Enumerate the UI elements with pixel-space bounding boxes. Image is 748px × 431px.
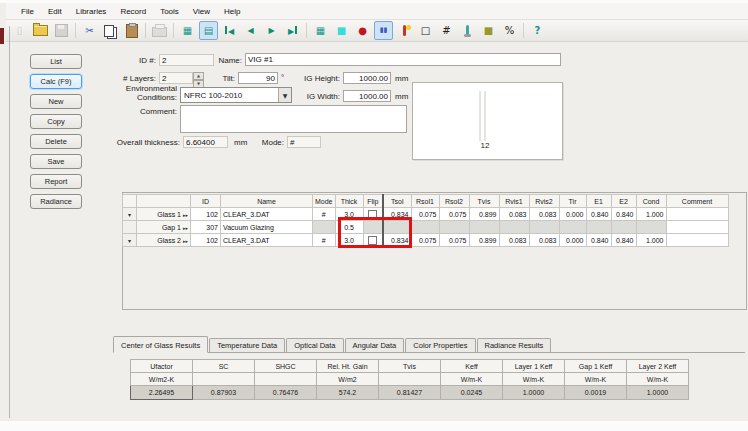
tab-radiance-results[interactable]: Radiance Results — [477, 338, 552, 352]
cell-flip[interactable] — [363, 234, 383, 247]
menu-record[interactable]: Record — [113, 5, 153, 18]
copy-icon[interactable] — [101, 21, 120, 40]
cell-thick[interactable]: 3.0 — [335, 208, 363, 221]
layer-expand-arrows-icon[interactable]: ▸▸ — [183, 225, 188, 231]
record-list-view-icon[interactable]: ▦ — [178, 21, 197, 40]
result-value-shgc[interactable]: 0.76476 — [255, 386, 317, 400]
first-record-icon[interactable]: ◀ — [220, 21, 239, 40]
layers-stepper[interactable]: ▲ ▼ — [193, 72, 204, 88]
save-icon[interactable] — [52, 21, 71, 40]
cell-name[interactable]: CLEAR_3.DAT — [221, 208, 313, 221]
cell-rvis1[interactable]: 0.083 — [499, 234, 529, 247]
cell-tsol[interactable]: 0.834 — [383, 234, 411, 247]
cell-name[interactable]: Vacuum Glazing — [221, 221, 313, 234]
glazing-system-view-icon[interactable]: ▮▮ — [374, 21, 393, 40]
layer-type-dropdown[interactable]: ▾ — [123, 208, 137, 221]
ig-height-field[interactable]: 1000.00 — [343, 72, 391, 84]
cell-rsol1[interactable]: 0.075 — [411, 234, 439, 247]
mode-field[interactable]: # — [287, 136, 321, 148]
cell-e1[interactable]: 0.840 — [586, 208, 611, 221]
cell-rvis2[interactable]: 0.083 — [529, 208, 559, 221]
cell-thick[interactable]: 0.5 — [335, 221, 363, 234]
result-value-sc[interactable]: 0.87903 — [193, 386, 255, 400]
window-library-icon[interactable]: ▦ — [311, 21, 330, 40]
cell-tir[interactable]: 0.000 — [559, 208, 586, 221]
report-button[interactable]: Report — [30, 174, 82, 189]
temperature-results-icon[interactable] — [458, 21, 477, 40]
menu-file[interactable]: File — [14, 5, 41, 18]
menu-tools[interactable]: Tools — [153, 5, 186, 18]
tab-optical-data[interactable]: Optical Data — [286, 338, 343, 352]
print-icon[interactable] — [150, 21, 169, 40]
id-field[interactable]: 2 — [159, 54, 214, 66]
cell-e1[interactable]: 0.840 — [586, 234, 611, 247]
menu-libraries[interactable]: Libraries — [69, 5, 114, 18]
result-value-ufactor[interactable]: 2.26495 — [131, 386, 193, 400]
cell-cond[interactable]: 1.000 — [636, 234, 666, 247]
frame-library-icon[interactable]: □ — [416, 21, 435, 40]
divider-library-icon[interactable]: # — [437, 21, 456, 40]
tab-angular-data[interactable]: Angular Data — [345, 338, 405, 352]
paste-icon[interactable] — [122, 21, 141, 40]
copy-button[interactable]: Copy — [30, 114, 82, 129]
tab-color-properties[interactable]: Color Properties — [405, 338, 475, 352]
result-value-gap1-keff[interactable]: 0.0019 — [565, 386, 627, 400]
cell-name[interactable]: CLEAR_3.DAT — [221, 234, 313, 247]
result-value-layer2-keff[interactable]: 1.0000 — [627, 386, 689, 400]
cell-id[interactable]: 102 — [191, 234, 221, 247]
tilt-field[interactable]: 90 — [238, 72, 278, 84]
cell-thick[interactable]: 3.0 — [335, 234, 363, 247]
layers-field[interactable]: 2 — [159, 72, 193, 84]
cell-tvis[interactable]: 0.899 — [469, 234, 499, 247]
new-document-icon[interactable]: ▯ — [10, 21, 29, 40]
help-icon[interactable]: ? — [528, 21, 547, 40]
result-value-tvis[interactable]: 0.81427 — [379, 386, 441, 400]
flip-checkbox[interactable] — [368, 210, 377, 219]
cell-e2[interactable]: 0.840 — [611, 208, 636, 221]
cell-rvis2[interactable]: 0.083 — [529, 234, 559, 247]
save-button[interactable]: Save — [30, 154, 82, 169]
layer-label[interactable]: Glass 1▸▸ — [137, 208, 191, 221]
cut-icon[interactable]: ✂ — [80, 21, 99, 40]
layer-type-dropdown[interactable]: ▾ — [123, 234, 137, 247]
flip-checkbox[interactable] — [368, 236, 377, 245]
list-button[interactable]: List — [30, 54, 82, 69]
cell-tsol[interactable]: 0.834 — [383, 208, 411, 221]
menu-help[interactable]: Help — [217, 5, 247, 18]
last-record-icon[interactable]: ▶ — [283, 21, 302, 40]
chevron-down-icon[interactable]: ▼ — [278, 88, 291, 102]
cell-id[interactable]: 102 — [191, 208, 221, 221]
cell-comment[interactable] — [666, 208, 728, 221]
ig-width-field[interactable]: 1000.00 — [343, 90, 391, 102]
cell-id[interactable]: 307 — [191, 221, 221, 234]
cell-rsol1[interactable]: 0.075 — [411, 208, 439, 221]
cell-cond[interactable]: 1.000 — [636, 208, 666, 221]
open-folder-icon[interactable] — [31, 21, 50, 40]
stepper-up-icon[interactable]: ▲ — [193, 72, 204, 80]
name-field[interactable]: VIG #1 — [245, 53, 561, 66]
gas-library-icon[interactable]: ● — [353, 21, 372, 40]
layer-expand-arrows-icon[interactable]: ▸▸ — [183, 238, 188, 244]
glazing-system-library-icon[interactable]: ■ — [332, 21, 351, 40]
cell-rvis1[interactable]: 0.083 — [499, 208, 529, 221]
layer-label[interactable]: Glass 2▸▸ — [137, 234, 191, 247]
tab-center-of-glass-results[interactable]: Center of Glass Results — [113, 336, 208, 353]
previous-record-icon[interactable]: ◀ — [241, 21, 260, 40]
result-value-keff[interactable]: 0.0245 — [441, 386, 503, 400]
new-button[interactable]: New — [30, 94, 82, 109]
overall-thickness-field[interactable]: 6.60400 — [183, 136, 228, 148]
cell-e2[interactable]: 0.840 — [611, 234, 636, 247]
delete-button[interactable]: Delete — [30, 134, 82, 149]
next-record-icon[interactable]: ▶ — [262, 21, 281, 40]
environmental-conditions-icon[interactable] — [395, 21, 414, 40]
result-value-layer1-keff[interactable]: 1.0000 — [503, 386, 565, 400]
cell-comment[interactable] — [666, 234, 728, 247]
layer-label[interactable]: Gap 1▸▸ — [137, 221, 191, 234]
cell-mode[interactable]: # — [313, 234, 336, 247]
detail-view-icon[interactable]: ▤ — [199, 21, 218, 40]
comment-field[interactable] — [180, 105, 407, 133]
calc-button[interactable]: Calc (F9) — [30, 74, 82, 89]
cell-flip[interactable] — [363, 208, 383, 221]
cell-mode[interactable]: # — [313, 208, 336, 221]
optical-results-icon[interactable]: ■ — [479, 21, 498, 40]
